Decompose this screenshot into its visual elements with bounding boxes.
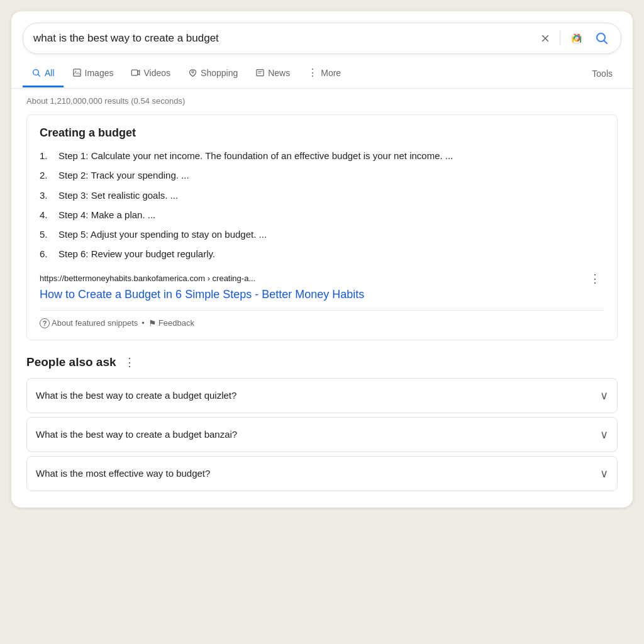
- tab-news-label: News: [268, 68, 290, 78]
- step-num-4: 4.: [40, 208, 52, 222]
- tab-images-label: Images: [85, 68, 114, 78]
- search-bar-area: [11, 11, 633, 54]
- step-text-3: Step 3: Set realistic goals. ...: [58, 188, 178, 203]
- paa-question-3: What is the most effective way to budget…: [36, 468, 210, 479]
- search-input[interactable]: [33, 32, 531, 45]
- chevron-down-icon-2: ∨: [600, 428, 608, 441]
- about-featured-snippets-button[interactable]: ? About featured snippets: [40, 318, 138, 328]
- step-num-3: 3.: [40, 188, 52, 203]
- tab-all-label: All: [45, 68, 55, 78]
- paa-title: People also ask: [26, 355, 116, 369]
- search-button[interactable]: [593, 31, 611, 46]
- google-lens-button[interactable]: [567, 30, 587, 47]
- snippet-step-1: 1. Step 1: Calculate your net income. Th…: [40, 148, 604, 163]
- step-text-4: Step 4: Make a plan. ...: [58, 208, 155, 222]
- paa-item-3[interactable]: What is the most effective way to budget…: [26, 456, 618, 491]
- tab-more[interactable]: ⋮ More: [299, 59, 350, 88]
- snippet-source-row: https://bettermoneyhabits.bankofamerica.…: [40, 272, 604, 286]
- step-num-1: 1.: [40, 148, 52, 163]
- snippet-step-3: 3. Step 3: Set realistic goals. ...: [40, 188, 604, 203]
- search-bar: [23, 23, 621, 54]
- snippet-menu-button[interactable]: ⋮: [586, 272, 604, 286]
- search-tab-icon: [31, 68, 42, 78]
- svg-rect-7: [132, 70, 138, 75]
- chevron-down-icon-3: ∨: [600, 467, 608, 480]
- help-circle-icon: ?: [40, 318, 50, 328]
- more-dots-icon: ⋮: [308, 67, 318, 79]
- step-num-2: 2.: [40, 168, 52, 182]
- snippet-url: https://bettermoneyhabits.bankofamerica.…: [40, 274, 255, 283]
- svg-rect-9: [257, 70, 264, 76]
- tab-images[interactable]: Images: [64, 60, 123, 87]
- people-also-ask-section: People also ask ⋮ What is the best way t…: [26, 355, 618, 491]
- svg-point-2: [575, 37, 578, 40]
- feedback-icon: ⚑: [148, 318, 157, 328]
- step-text-5: Step 5: Adjust your spending to stay on …: [58, 227, 267, 242]
- dot-separator: •: [142, 318, 145, 328]
- paa-header: People also ask ⋮: [26, 355, 618, 369]
- svg-rect-5: [73, 69, 80, 76]
- tools-button[interactable]: Tools: [583, 61, 621, 86]
- tabs-area: All Images Videos: [11, 59, 633, 89]
- tab-more-label: More: [321, 68, 341, 78]
- feedback-button[interactable]: ⚑ Feedback: [148, 318, 194, 328]
- news-tab-icon: [255, 68, 265, 77]
- svg-point-6: [75, 70, 76, 72]
- step-text-1: Step 1: Calculate your net income. The f…: [58, 148, 453, 163]
- paa-menu-button[interactable]: ⋮: [121, 355, 138, 369]
- results-count: About 1,210,000,000 results (0.54 second…: [26, 96, 618, 106]
- step-text-6: Step 6: Review your budget regularly.: [58, 247, 215, 261]
- snippet-title: Creating a budget: [40, 126, 604, 140]
- snippet-step-4: 4. Step 4: Make a plan. ...: [40, 208, 604, 222]
- divider: [560, 31, 560, 46]
- snippet-step-6: 6. Step 6: Review your budget regularly.: [40, 247, 604, 261]
- paa-question-2: What is the best way to create a budget …: [36, 429, 237, 440]
- tab-shopping-label: Shopping: [201, 68, 238, 78]
- step-text-2: Step 2: Track your spending. ...: [58, 168, 189, 182]
- tab-shopping[interactable]: Shopping: [179, 60, 247, 87]
- videos-tab-icon: [131, 68, 140, 77]
- snippet-step-5: 5. Step 5: Adjust your spending to stay …: [40, 227, 604, 242]
- tab-videos[interactable]: Videos: [122, 60, 179, 87]
- images-tab-icon: [72, 68, 82, 77]
- paa-question-1: What is the best way to create a budget …: [36, 390, 236, 401]
- feedback-label: Feedback: [158, 318, 194, 328]
- about-snippets-label: About featured snippets: [52, 318, 138, 328]
- tools-label: Tools: [592, 69, 613, 79]
- results-area: About 1,210,000,000 results (0.54 second…: [11, 89, 633, 508]
- snippet-link[interactable]: How to Create a Budget in 6 Simple Steps…: [40, 288, 604, 301]
- clear-button[interactable]: [537, 33, 553, 44]
- paa-item-2[interactable]: What is the best way to create a budget …: [26, 417, 618, 452]
- snippet-step-2: 2. Step 2: Track your spending. ...: [40, 168, 604, 182]
- tab-videos-label: Videos: [143, 68, 170, 78]
- snippet-footer: ? About featured snippets • ⚑ Feedback: [40, 310, 604, 328]
- chevron-down-icon-1: ∨: [600, 389, 608, 402]
- tab-news[interactable]: News: [247, 60, 299, 87]
- step-num-5: 5.: [40, 227, 52, 242]
- paa-item-1[interactable]: What is the best way to create a budget …: [26, 378, 618, 413]
- snippet-steps-list: 1. Step 1: Calculate your net income. Th…: [40, 148, 604, 262]
- featured-snippet: Creating a budget 1. Step 1: Calculate y…: [26, 114, 618, 340]
- step-num-6: 6.: [40, 247, 52, 261]
- tab-all[interactable]: All: [23, 60, 64, 87]
- shopping-tab-icon: [188, 68, 197, 77]
- svg-point-8: [192, 71, 194, 73]
